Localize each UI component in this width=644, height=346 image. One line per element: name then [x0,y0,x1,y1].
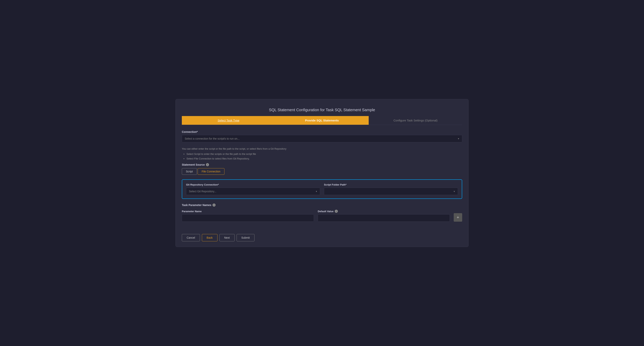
tab-provide-sql-label: Provide SQL Statements [305,119,339,122]
default-value-label: Default Value i [318,210,450,213]
task-params-text: Task Parameter Names [182,204,211,207]
tab-provide-sql[interactable]: Provide SQL Statements [275,116,368,125]
modal-footer: Cancel Back Next Submit [176,230,468,247]
git-row: Git Repository Connection* Select Git Re… [186,183,458,195]
script-folder-select[interactable] [324,188,458,195]
modal-container: SQL Statement Configuration for Task SQL… [176,99,468,247]
tab-select-task-type[interactable]: Select Task Type [182,116,275,125]
default-value-col: Default Value i [318,210,450,222]
tab-configure-settings[interactable]: Configure Task Settings (Optional) [369,116,462,125]
submit-button[interactable]: Submit [236,234,255,241]
statement-source-group: Statement Source i Script File Connectio… [182,163,462,175]
param-name-label: Parameter Name [182,210,314,213]
default-value-label-text: Default Value [318,210,334,213]
wizard-tabs: Select Task Type Provide SQL Statements … [182,116,462,125]
tab-file-connection-button[interactable]: File Connection [198,168,224,175]
default-value-info-icon[interactable]: i [335,210,338,213]
param-name-label-text: Parameter Name [182,210,202,213]
script-folder-label: Script Folder Path* [324,183,458,186]
param-name-input[interactable] [182,214,314,222]
params-row: Parameter Name Default Value i + [182,210,462,222]
help-text-main: You can either enter the script or the f… [182,147,286,150]
task-params-label: Task Parameter Names i [182,204,462,207]
script-folder-select-wrapper [324,188,458,195]
script-folder-col: Script Folder Path* [324,183,458,195]
cancel-button[interactable]: Cancel [182,234,200,241]
statement-source-tab-group: Script File Connection [182,168,462,175]
modal-header: SQL Statement Configuration for Task SQL… [176,99,468,125]
help-bullet-2: Select File Connection to select files f… [186,157,462,161]
task-params-info-icon[interactable]: i [212,204,216,207]
task-params-group: Task Parameter Names i Parameter Name De… [182,204,462,222]
add-param-button[interactable]: + [454,213,462,222]
help-text: You can either enter the script or the f… [182,147,462,161]
connection-select-wrapper: Select a connection for the script/s to … [182,135,462,142]
connection-label: Connection* [182,130,462,133]
modal-body: Connection* Select a connection for the … [176,125,468,230]
statement-source-label: Statement Source i [182,163,462,166]
tab-script-button[interactable]: Script [182,168,197,175]
help-bullet-1: Select Script to enter the scripts or th… [186,152,462,156]
connection-group: Connection* Select a connection for the … [182,130,462,142]
tab-configure-settings-label: Configure Task Settings (Optional) [394,119,438,122]
git-repo-col: Git Repository Connection* Select Git Re… [186,183,320,195]
git-repo-label: Git Repository Connection* [186,183,320,186]
git-repo-select-wrapper: Select Git Repository... [186,188,320,195]
statement-source-text: Statement Source [182,163,205,166]
param-name-col: Parameter Name [182,210,314,222]
statement-source-info-icon[interactable]: i [206,163,209,166]
next-button[interactable]: Next [220,234,235,241]
git-repo-select[interactable]: Select Git Repository... [186,188,320,195]
tab-select-task-type-link[interactable]: Select Task Type [218,119,240,122]
help-list: Select Script to enter the scripts or th… [182,152,462,161]
default-value-input[interactable] [318,214,450,222]
git-repository-section: Git Repository Connection* Select Git Re… [182,179,462,199]
connection-select[interactable]: Select a connection for the script/s to … [182,135,462,142]
back-button[interactable]: Back [202,234,218,241]
modal-title: SQL Statement Configuration for Task SQL… [182,104,462,116]
